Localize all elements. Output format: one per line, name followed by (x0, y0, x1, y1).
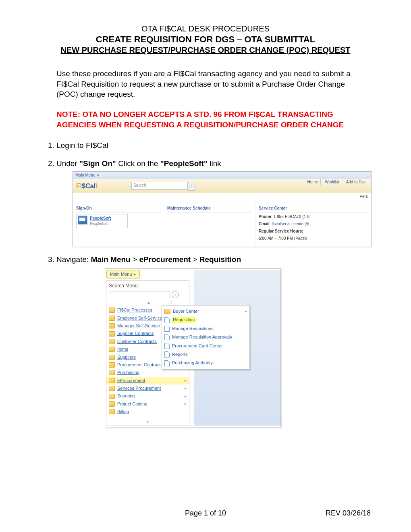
folder-icon (109, 401, 115, 407)
nav-add-fav[interactable]: Add to Fav (344, 179, 368, 185)
menu-item[interactable]: Sourcing▸ (109, 392, 187, 400)
folder-icon (109, 355, 115, 360)
screenshot-sign-on: Main Menu ▼ FI$Cal\ Search » Home Workli… (73, 171, 372, 247)
intro-paragraph: Use these procedures if you are a FI$Cal… (56, 69, 355, 100)
peoplesoft-icon (78, 216, 87, 224)
chevron-right-icon: ▸ (185, 394, 187, 399)
top-nav-links: Home Worklist Add to Fav (305, 179, 368, 185)
header-line2: CREATE REQUISITION FOR DGS – OTA SUBMITT… (40, 34, 371, 45)
submenu-item[interactable]: Manage Requisition Approvals (164, 333, 247, 341)
menu-item-eprocurement[interactable]: eProcurement▸ (106, 377, 189, 384)
folder-icon (109, 331, 115, 337)
submenu-item[interactable]: Manage Requisitions (164, 324, 247, 333)
menu-item[interactable]: Project Costing▸ (109, 400, 187, 408)
folder-icon (109, 370, 115, 375)
eprocurement-submenu: Buyer Center▸ Requisition Manage Requisi… (162, 305, 250, 370)
chevron-right-icon: ▸ (185, 386, 187, 391)
folder-icon (109, 409, 115, 414)
header-line3: NEW PURCHASE REQUEST/PURCHASE ORDER CHAN… (40, 46, 371, 55)
chevron-right-icon: ▸ (245, 309, 247, 314)
nav-home[interactable]: Home (305, 179, 321, 185)
search-button[interactable]: » (188, 182, 195, 191)
step-3: Navigate: Main Menu > eProcurement > Req… (56, 254, 371, 427)
folder-icon (109, 339, 115, 344)
header-line1: OTA FI$CAL DESK PROCEDURES (40, 24, 371, 33)
page-icon (164, 326, 170, 332)
folder-icon (109, 362, 115, 368)
main-menu-dropdown[interactable]: Main Menu ▼ (75, 172, 100, 178)
search-input[interactable]: Search (131, 182, 188, 190)
service-center-header: Service Center (259, 206, 368, 212)
screenshot-main-menu: Main Menu ▼ Search Menu: » ▲≑ FI$Cal Pro… (105, 268, 281, 427)
submenu-item-requisition[interactable]: Requisition (164, 316, 247, 324)
menu-item[interactable]: Services Procurement▸ (109, 384, 187, 392)
peoplesoft-link[interactable]: PeopleSoft PeopleSoft (76, 214, 128, 228)
service-email-link[interactable]: fiscalservicecenter@ (272, 222, 309, 226)
submenu-item[interactable]: Purchasing Authority (164, 359, 247, 367)
fiscal-logo: FI$Cal\ (76, 181, 98, 191)
folder-icon (109, 316, 115, 321)
step-2: Under "Sign On" Click on the "PeopleSoft… (56, 158, 371, 247)
submenu-item[interactable]: Buyer Center▸ (164, 307, 247, 316)
search-menu-label: Search Menu: (106, 281, 189, 289)
folder-icon (109, 308, 115, 313)
menu-search-input[interactable] (109, 291, 170, 298)
page-icon (164, 351, 170, 357)
menu-search-go[interactable]: » (172, 291, 179, 298)
revision-date: REV 03/26/18 (326, 509, 371, 517)
step-1: Login to FI$Cal (56, 140, 371, 151)
submenu-item[interactable]: Reports (164, 350, 247, 359)
menu-item[interactable]: Purchasing (109, 369, 187, 376)
folder-icon (109, 347, 115, 352)
folder-icon (109, 394, 115, 399)
folder-icon (109, 323, 115, 328)
sign-on-header: Sign-On (76, 206, 161, 212)
submenu-item[interactable]: Procurement Card Center (164, 342, 247, 350)
menu-item[interactable]: Billing (109, 408, 187, 416)
main-menu-button[interactable]: Main Menu ▼ (106, 270, 140, 278)
page-icon (164, 317, 170, 323)
maint-schedule-header: Maintenance Schedule (167, 206, 252, 212)
chevron-right-icon: ▸ (185, 401, 187, 407)
tab-personalize[interactable]: Pers (359, 194, 368, 199)
chevron-right-icon: ▸ (185, 378, 187, 383)
folder-icon (109, 378, 115, 383)
scroll-down-icon[interactable]: ▼ (106, 418, 189, 426)
folder-icon (164, 309, 170, 314)
folder-icon (109, 386, 115, 391)
page-icon (164, 343, 170, 349)
note-paragraph: NOTE: OTA NO LONGER ACCEPTS A STD. 96 FR… (56, 109, 355, 130)
page-icon (164, 334, 170, 340)
page-icon (164, 360, 170, 366)
nav-worklist[interactable]: Worklist (322, 179, 342, 185)
sort-up-icon[interactable]: ▲ (147, 300, 151, 305)
